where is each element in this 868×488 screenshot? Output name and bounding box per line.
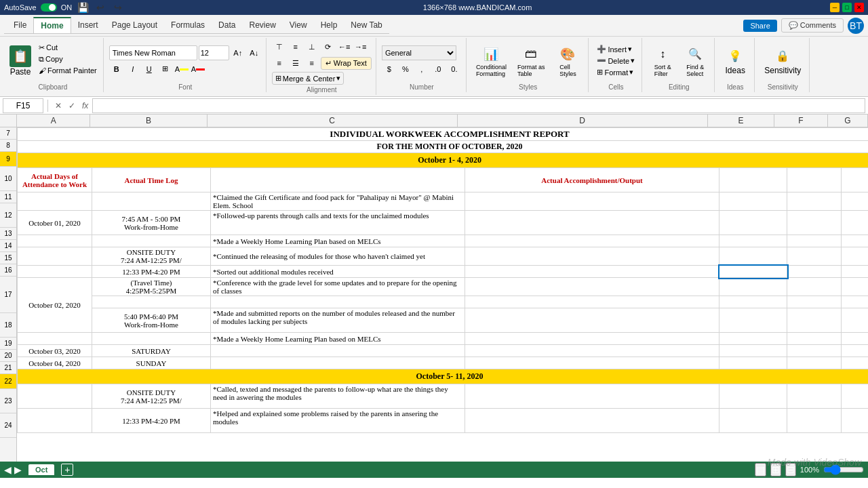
format-painter-button[interactable]: 🖌 Format Painter [37, 66, 99, 75]
r19-e[interactable] [719, 333, 787, 345]
indent-decrease-button[interactable]: ←≡ [337, 39, 352, 54]
r23-e[interactable] [719, 384, 787, 409]
r24-b[interactable]: 12:33 PM-4:20 PM [92, 409, 211, 433]
tab-file[interactable]: File [7, 17, 33, 33]
r17-c[interactable] [211, 296, 465, 308]
paste-button[interactable]: 📋 Paste [7, 43, 34, 79]
copy-button[interactable]: ⧉ Copy [37, 54, 99, 64]
col-header-g[interactable]: G [828, 115, 868, 127]
share-button[interactable]: Share [743, 20, 776, 32]
r14-a[interactable] [18, 247, 92, 266]
number-format-select[interactable]: General Number Currency Date [382, 45, 456, 60]
r11-d[interactable] [465, 192, 719, 211]
r16-b[interactable]: (Travel Time)4:25PM-5:25PM [92, 278, 211, 296]
r12-d[interactable] [465, 211, 719, 235]
r20-a[interactable]: October 03, 2020 [18, 345, 92, 357]
r12-b[interactable]: 7:45 AM - 5:00 PMWork-from-Home [92, 211, 211, 235]
merge-center-button[interactable]: ⊞ Merge & Center ▾ [272, 72, 344, 85]
r15-a[interactable] [18, 266, 92, 278]
format-cell-button[interactable]: ⊞ Format ▾ [594, 67, 637, 77]
r21-g[interactable] [842, 357, 869, 369]
r24-a[interactable] [18, 409, 92, 433]
r16-f[interactable] [787, 278, 842, 296]
r21-b[interactable]: SUNDAY [92, 357, 211, 369]
r14-c[interactable]: *Continued the releasing of modules for … [211, 247, 465, 266]
save-qs-button[interactable]: 💾 [76, 1, 90, 14]
sensitivity-button[interactable]: 🔒 Sensitivity [760, 45, 805, 77]
section-22-cell[interactable]: October 5- 11, 2020 [18, 369, 869, 384]
cancel-formula-button[interactable]: ✕ [52, 100, 64, 112]
comma-button[interactable]: , [414, 62, 429, 77]
cell-reference[interactable] [3, 98, 43, 113]
indent-increase-button[interactable]: →≡ [353, 39, 368, 54]
r13-f[interactable] [787, 235, 842, 247]
r18-c[interactable]: *Made and submitted reports on the numbe… [211, 308, 465, 333]
r18-d[interactable] [465, 308, 719, 333]
r17-b[interactable] [92, 296, 211, 308]
r20-e[interactable] [719, 345, 787, 357]
align-middle-button[interactable]: ≡ [288, 39, 303, 54]
tab-formulas[interactable]: Formulas [164, 17, 212, 33]
r19-d[interactable] [465, 333, 719, 345]
header-g[interactable] [842, 168, 869, 192]
confirm-formula-button[interactable]: ✓ [66, 100, 78, 112]
col-header-a[interactable]: A [17, 115, 90, 127]
r14-e[interactable] [719, 247, 787, 266]
r11-a[interactable] [18, 192, 92, 211]
r23-f[interactable] [787, 384, 842, 409]
find-select-button[interactable]: 🔍 Find &Select [680, 43, 710, 79]
r13-d[interactable] [465, 235, 719, 247]
r15-e[interactable] [719, 266, 787, 278]
r24-f[interactable] [787, 409, 842, 433]
r13-a[interactable] [18, 235, 92, 247]
r18-f[interactable] [787, 308, 842, 333]
conditional-formatting-button[interactable]: 📊 ConditionalFormatting [472, 42, 511, 80]
align-center-button[interactable]: ☰ [288, 56, 303, 70]
align-top-button[interactable]: ⊤ [272, 39, 287, 54]
tab-data[interactable]: Data [212, 17, 242, 33]
r19-b[interactable] [92, 333, 211, 345]
r21-e[interactable] [719, 357, 787, 369]
normal-view-button[interactable]: ▤ [755, 463, 766, 476]
col-header-b[interactable]: B [90, 115, 207, 127]
r20-d[interactable] [465, 345, 719, 357]
r15-f[interactable] [787, 266, 842, 278]
tab-new-tab[interactable]: New Tab [344, 17, 389, 33]
r20-c[interactable] [211, 345, 465, 357]
r23-a[interactable] [18, 384, 92, 409]
header-d[interactable]: Actual Accomplishment/Output [465, 168, 719, 192]
align-right-button[interactable]: ≡ [304, 56, 319, 70]
r13-e[interactable] [719, 235, 787, 247]
align-left-button[interactable]: ≡ [272, 56, 287, 70]
decimal-decrease-button[interactable]: 0. [447, 62, 462, 77]
r19-f[interactable] [787, 333, 842, 345]
redo-button[interactable]: ↪ [111, 1, 125, 14]
percent-button[interactable]: % [398, 62, 413, 77]
text-direction-button[interactable]: ⟳ [321, 39, 336, 54]
r19-g[interactable] [842, 333, 869, 345]
r14-b[interactable]: ONSITE DUTY7:24 AM-12:25 PM/ [92, 247, 211, 266]
r24-c[interactable]: *Helped and explained some problems rais… [211, 409, 465, 433]
ideas-button[interactable]: 💡 Ideas [720, 45, 750, 77]
r18-e[interactable] [719, 308, 787, 333]
r12-f[interactable] [787, 211, 842, 235]
r13-b[interactable] [92, 235, 211, 247]
r19-c[interactable]: *Made a Weekly Home Learning Plan based … [211, 333, 465, 345]
format-as-table-button[interactable]: 🗃 Format asTable [513, 42, 549, 80]
col-header-e[interactable]: E [708, 115, 774, 127]
r16-a[interactable]: October 02, 2020 [18, 278, 92, 333]
minimize-button[interactable]: ─ [830, 3, 840, 12]
r20-b[interactable]: SATURDAY [92, 345, 211, 357]
r11-g[interactable] [842, 192, 869, 211]
font-color-button[interactable]: A [191, 62, 205, 77]
r11-f[interactable] [787, 192, 842, 211]
font-size-select[interactable] [199, 45, 229, 60]
decrease-font-button[interactable]: A↓ [247, 45, 262, 60]
r18-b[interactable]: 5:40 PM-6:40 PMWork-from-Home [92, 308, 211, 333]
tab-insert[interactable]: Insert [71, 17, 105, 33]
r17-g[interactable] [842, 296, 869, 308]
r15-g[interactable] [842, 266, 869, 278]
delete-cell-button[interactable]: ➖ Delete ▾ [594, 56, 637, 66]
fill-color-button[interactable]: A [174, 62, 189, 77]
r12-a[interactable]: October 01, 2020 [18, 211, 92, 235]
